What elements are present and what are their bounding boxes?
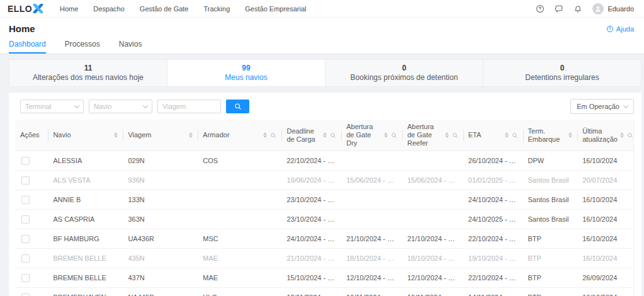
table-scrollbar[interactable] <box>633 120 641 296</box>
column-search-icon[interactable] <box>452 132 458 139</box>
table-row: AS CASPRIA363N23/10/2024 - 10:0024/10/20… <box>15 210 633 229</box>
caret-down-icon <box>114 135 118 138</box>
table-zone: AçõesNavioViagemArmadorDeadline de Carga… <box>15 120 641 296</box>
caret-down-icon <box>263 135 267 138</box>
message-icon[interactable] <box>555 4 563 13</box>
row-checkbox[interactable] <box>21 157 30 165</box>
tab-navios[interactable]: Navios <box>119 37 142 54</box>
search-button[interactable] <box>226 100 249 113</box>
sort-icon[interactable] <box>384 132 388 138</box>
row-checkbox[interactable] <box>21 176 30 185</box>
brand-logo[interactable]: ELLO <box>8 4 43 14</box>
cell-atualizacao: 16/10/2024 <box>577 288 633 296</box>
col-label: Viagem <box>128 131 151 139</box>
row-checkbox[interactable] <box>21 293 30 296</box>
col-header-deadline-de-carga[interactable]: Deadline de Carga <box>281 120 341 151</box>
summary-card-detentions-irregulares[interactable]: 0Detentions irregulares <box>483 60 641 86</box>
help-link[interactable]: Ajuda <box>606 25 634 33</box>
cell-acoes <box>15 288 48 296</box>
column-search-icon[interactable] <box>391 132 397 139</box>
column-search-icon[interactable] <box>270 132 276 139</box>
column-search-icon[interactable] <box>512 132 518 139</box>
col-header-viagem[interactable]: Viagem <box>123 120 198 151</box>
summary-cards: 11Alterações dos meus navios hoje99Meus … <box>9 59 641 87</box>
cell-navio: ALESSIA <box>48 151 123 171</box>
cell-gate_reefer <box>402 151 463 171</box>
row-checkbox[interactable] <box>21 254 30 263</box>
caret-down-icon <box>445 135 449 138</box>
col-label: Abertura de Gate Reefer <box>407 123 443 147</box>
cell-navio: BF HAMBURG <box>48 229 123 249</box>
cell-gate_reefer <box>402 210 463 229</box>
col-header-eta[interactable]: ETA <box>463 120 523 151</box>
column-search-icon[interactable] <box>330 132 336 139</box>
cell-navio: BREMERHAVEN E... <box>48 288 123 296</box>
nav-item-gestao-empresarial[interactable]: Gestão Empresarial <box>245 5 306 13</box>
cell-navio: BREMEN BELLE <box>48 249 123 268</box>
nav-item-home[interactable]: Home <box>60 5 78 13</box>
cell-acoes <box>15 151 48 171</box>
cell-deadline: 23/10/2024 - 10:00 <box>281 190 341 210</box>
bell-icon[interactable] <box>573 4 582 13</box>
cell-terminal: Santos Brasil <box>523 210 578 229</box>
col-label: Navio <box>53 131 71 139</box>
sort-icon[interactable] <box>620 132 624 138</box>
chevron-down-icon <box>143 103 148 108</box>
cell-gate_reefer: 12/10/2024 - 19:00 <box>402 268 463 288</box>
sort-icon[interactable] <box>445 132 449 138</box>
cell-viagem: UA436R <box>123 229 198 249</box>
navio-select[interactable]: Navio <box>89 100 152 113</box>
caret-up-icon <box>505 132 509 135</box>
sort-icon[interactable] <box>505 132 509 138</box>
sort-icon[interactable] <box>189 132 193 138</box>
col-header-navio[interactable]: Navio <box>48 120 123 151</box>
caret-down-icon <box>323 135 327 138</box>
col-header-ultima-atualizacao[interactable]: Última atualização <box>577 120 633 151</box>
cell-atualizacao: 16/10/2024 <box>577 249 633 268</box>
brand-name: ELLO <box>8 4 32 14</box>
card-value: 99 <box>170 63 322 73</box>
cell-viagem: 435N <box>123 249 198 268</box>
row-checkbox[interactable] <box>21 215 30 224</box>
sort-icon[interactable] <box>323 132 327 138</box>
cell-acoes <box>15 229 48 249</box>
nav-item-despacho[interactable]: Despacho <box>93 5 125 13</box>
terminal-select[interactable]: Terminal <box>20 100 84 113</box>
sort-icon[interactable] <box>114 132 118 138</box>
cell-gate_dry: 21/10/2024 - 19:00 <box>341 229 402 249</box>
col-header-abertura-de-gate-reefer[interactable]: Abertura de Gate Reefer <box>402 120 463 151</box>
col-header-armador[interactable]: Armador <box>198 120 281 151</box>
cell-atualizacao: 16/10/2024 <box>577 190 633 210</box>
navbar-actions: Eduardo <box>536 3 634 14</box>
help-circle-icon[interactable] <box>536 4 545 13</box>
card-value: 11 <box>12 63 164 73</box>
column-search-icon[interactable] <box>627 132 633 139</box>
cell-eta: 01/01/2025 - 07:00 <box>463 171 523 190</box>
cell-viagem: 437N <box>123 268 198 288</box>
sort-icon[interactable] <box>263 132 267 138</box>
col-header-abertura-de-gate-dry[interactable]: Abertura de Gate Dry <box>341 120 402 151</box>
row-checkbox[interactable] <box>21 274 30 282</box>
viagem-input[interactable] <box>157 100 221 113</box>
row-checkbox[interactable] <box>21 235 30 243</box>
tab-processos[interactable]: Processos <box>65 37 100 54</box>
nav-item-gestao-de-gate[interactable]: Gestão de Gate <box>140 5 189 13</box>
summary-card-bookings-proximos-de-detention[interactable]: 0Bookings próximos de detention <box>325 60 483 86</box>
cell-atualizacao: 16/10/2024 <box>577 151 633 171</box>
sort-icon[interactable] <box>568 132 572 138</box>
cell-gate_dry <box>341 190 402 210</box>
tab-dashboard[interactable]: Dashboard <box>9 37 46 54</box>
col-header-term-embarque[interactable]: Term. Embarque <box>523 120 578 151</box>
summary-card-alteracoes-dos-meus-navios-hoje[interactable]: 11Alterações dos meus navios hoje <box>9 60 167 86</box>
table-body: ALESSIA029NCOS22/10/2024 - 18:0026/10/20… <box>15 151 633 296</box>
caret-down-icon <box>620 135 624 138</box>
cell-gate_reefer: 21/10/2024 - 19:00 <box>402 229 463 249</box>
row-checkbox[interactable] <box>21 196 30 204</box>
help-label: Ajuda <box>616 25 634 33</box>
summary-card-meus-navios[interactable]: 99Meus navios <box>167 60 325 86</box>
user-menu[interactable]: Eduardo <box>592 3 634 14</box>
brand-x-icon <box>33 4 43 13</box>
nav-item-tracking[interactable]: Tracking <box>204 5 230 13</box>
page-title: Home <box>9 23 35 34</box>
status-dropdown[interactable]: Em Operação <box>570 99 634 114</box>
